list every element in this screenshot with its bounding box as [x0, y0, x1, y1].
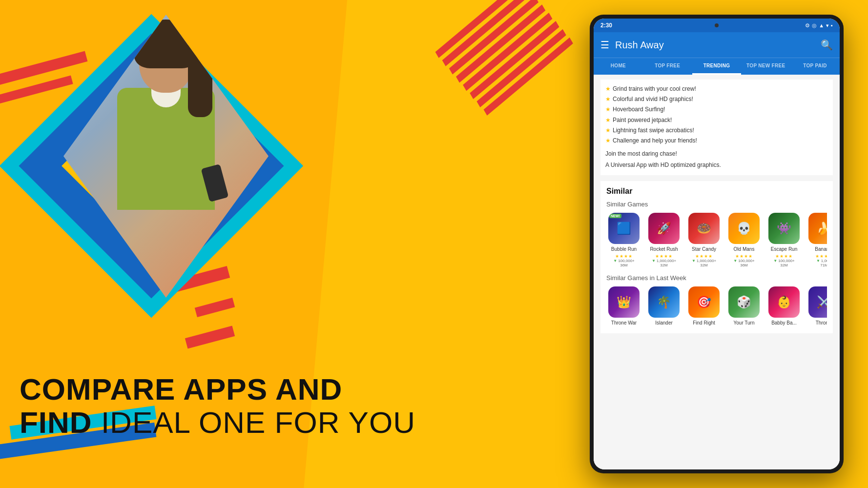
- game-size-escape-run: 32M: [780, 263, 788, 267]
- desc-item-3: ★ Hoverboard Surfing!: [605, 105, 828, 114]
- game-name-bubble-run: Bubble Run: [611, 246, 637, 252]
- tablet-screen: 2:30 ⚙ ◎ ▲ ▾ ▪ ☰ Rush Away 🔍 HOME TOP FR…: [594, 19, 840, 469]
- star-icon-1: ★: [605, 84, 611, 94]
- game-icon-escape-run: 👾: [768, 213, 800, 244]
- game-stars-old-mans: ★★★★: [735, 254, 753, 259]
- tab-trending[interactable]: TRENDING: [692, 58, 742, 75]
- tab-top-free[interactable]: TOP FREE: [643, 58, 692, 75]
- person-phone: [201, 164, 229, 202]
- game-meta-star-candy: ▼ 1,000,000+: [692, 259, 716, 263]
- game-size-star-candy: 32M: [700, 263, 708, 267]
- game-meta-old-mans: ▼ 100,000+: [733, 259, 755, 263]
- tabs-bar: HOME TOP FREE TRENDING TOP NEW FREE TOP …: [594, 58, 840, 75]
- similar-games-label: Similar Games: [606, 201, 827, 208]
- desc-text-3: Hoverboard Surfing!: [613, 105, 665, 114]
- star-icon-5: ★: [605, 126, 611, 135]
- game-name-old-mans: Old Mans: [734, 246, 755, 252]
- headline: COMPARE APPS AND FIND IDEAL ONE FOR YOU: [20, 373, 415, 439]
- last-week-games-row: 👑 Throne War 🌴 Islander 🎯: [606, 286, 827, 327]
- desc-text-5: Lightning fast swipe acrobatics!: [613, 126, 694, 135]
- similar-games-last-week-label: Similar Games in Last Week: [606, 274, 827, 282]
- desc-item-5: ★ Lightning fast swipe acrobatics!: [605, 126, 828, 135]
- game-card-your-turn[interactable]: 🎲 Your Turn: [726, 286, 762, 327]
- desc-text-2: Colorful and vivid HD graphics!: [613, 95, 693, 104]
- game-name-rocket-rush: Rocket Rush: [650, 246, 678, 252]
- star-icon-4: ★: [605, 116, 611, 125]
- game-icon-find-right: 🎯: [688, 286, 720, 318]
- headline-find: FIND: [20, 406, 92, 439]
- desc-item-1: ★ Grind trains with your cool crew!: [605, 84, 828, 94]
- similar-games-row: NEW! 🟦 Bubble Run ★★★★ ▼ 100,000+ 36M: [606, 213, 827, 267]
- desc-item-2: ★ Colorful and vivid HD graphics!: [605, 95, 828, 104]
- game-size-old-mans: 36M: [740, 263, 748, 267]
- game-meta-bubble-run: ▼ 100,000+: [613, 259, 635, 263]
- game-name-banana: Banan...: [815, 246, 827, 252]
- game-stars-rocket-rush: ★★★★: [655, 254, 673, 259]
- game-name-find-right: Find Right: [693, 320, 715, 326]
- app-bar: ☰ Rush Away 🔍: [594, 32, 840, 58]
- game-card-rocket-rush[interactable]: 🚀 Rocket Rush ★★★★ ▼ 1,000,000+ 32M: [646, 213, 682, 267]
- game-card-bubble-run[interactable]: NEW! 🟦 Bubble Run ★★★★ ▼ 100,000+ 36M: [606, 213, 641, 267]
- game-stars-banana: ★★★★: [815, 254, 827, 259]
- game-card-star-candy[interactable]: 🍩 Star Candy ★★★★ ▼ 1,000,000+ 32M: [686, 213, 722, 267]
- game-card-thron2[interactable]: ⚔️ Thron...: [806, 286, 827, 327]
- game-icon-rocket-rush: 🚀: [648, 213, 680, 244]
- game-icon-old-mans: 💀: [728, 213, 760, 244]
- desc-item-4: ★ Paint powered jetpack!: [605, 116, 828, 125]
- headline-rest: IDEAL ONE FOR YOU: [92, 406, 415, 439]
- tab-home[interactable]: HOME: [594, 58, 643, 75]
- headline-line1: COMPARE APPS AND: [20, 373, 415, 406]
- download-arrow-icon: ▼: [613, 259, 617, 263]
- status-icons: ⚙ ◎ ▲ ▾ ▪: [805, 22, 833, 29]
- game-icon-bubble-run: NEW! 🟦: [608, 213, 640, 244]
- search-icon[interactable]: 🔍: [821, 39, 833, 51]
- battery-icon: ▪: [831, 22, 833, 28]
- game-name-your-turn: Your Turn: [734, 320, 755, 326]
- game-icon-star-candy: 🍩: [688, 213, 720, 244]
- notification-icon: ◎: [812, 22, 817, 29]
- game-name-star-candy: Star Candy: [692, 246, 716, 252]
- star-icon-2: ★: [605, 95, 611, 104]
- game-size-banana: 71M: [820, 263, 827, 267]
- tab-top-new-free[interactable]: TOP NEW FREE: [741, 58, 790, 75]
- app-description: ★ Grind trains with your cool crew! ★ Co…: [600, 80, 833, 175]
- tablet-device: 2:30 ⚙ ◎ ▲ ▾ ▪ ☰ Rush Away 🔍 HOME TOP FR…: [590, 15, 844, 473]
- game-icon-islander: 🌴: [648, 286, 680, 318]
- game-size-bubble-run: 36M: [620, 263, 628, 267]
- tablet-camera: [715, 23, 719, 27]
- settings-icon: ⚙: [805, 22, 810, 29]
- desc-text-6: Challenge and help your friends!: [613, 136, 697, 145]
- game-stars-escape-run: ★★★★: [775, 254, 793, 259]
- star-icon-3: ★: [605, 105, 611, 114]
- game-meta-escape-run: ▼ 100,000+: [773, 259, 795, 263]
- top-right-diagonal-stripes: [435, 0, 584, 127]
- game-icon-banana: 🍌: [808, 213, 827, 244]
- game-card-old-mans[interactable]: 💀 Old Mans ★★★★ ▼ 100,000+ 36M: [726, 213, 762, 267]
- game-meta-rocket-rush: ▼ 1,000,000+: [652, 259, 676, 263]
- similar-section-title: Similar: [606, 187, 827, 196]
- signal-icon: ▲: [819, 22, 824, 28]
- game-card-find-right[interactable]: 🎯 Find Right: [686, 286, 722, 327]
- join-text: Join the most daring chase!: [605, 149, 828, 159]
- game-card-babby-ba[interactable]: 👶 Babby Ba...: [766, 286, 802, 327]
- game-name-throne-war: Throne War: [611, 320, 637, 326]
- wifi-icon: ▾: [826, 22, 829, 29]
- similar-section: Similar Similar Games NEW! 🟦 Bubble Run …: [600, 181, 833, 333]
- game-card-escape-run[interactable]: 👾 Escape Run ★★★★ ▼ 100,000+ 32M: [766, 213, 802, 267]
- status-time: 2:30: [600, 22, 612, 29]
- game-icon-throne-war: 👑: [608, 286, 640, 318]
- downloads-bubble-run: 100,000+: [618, 259, 635, 263]
- game-stars-bubble-run: ★★★★: [615, 254, 633, 259]
- universal-text: A Universal App with HD optimized graphi…: [605, 161, 828, 170]
- game-name-islander: Islander: [655, 320, 673, 326]
- star-icon-6: ★: [605, 136, 611, 145]
- hamburger-menu-icon[interactable]: ☰: [600, 39, 609, 51]
- game-card-islander[interactable]: 🌴 Islander: [646, 286, 682, 327]
- game-name-babby-ba: Babby Ba...: [771, 320, 797, 326]
- game-name-thron2: Thron...: [816, 320, 827, 326]
- game-card-banana[interactable]: 🍌 Banan... ★★★★ ▼ 1,00... 71M: [806, 213, 827, 267]
- game-icon-thron2: ⚔️: [808, 286, 827, 318]
- content-area[interactable]: ★ Grind trains with your cool crew! ★ Co…: [594, 75, 840, 469]
- game-card-throne-war[interactable]: 👑 Throne War: [606, 286, 641, 327]
- tab-top-paid[interactable]: TOP PAID: [790, 58, 840, 75]
